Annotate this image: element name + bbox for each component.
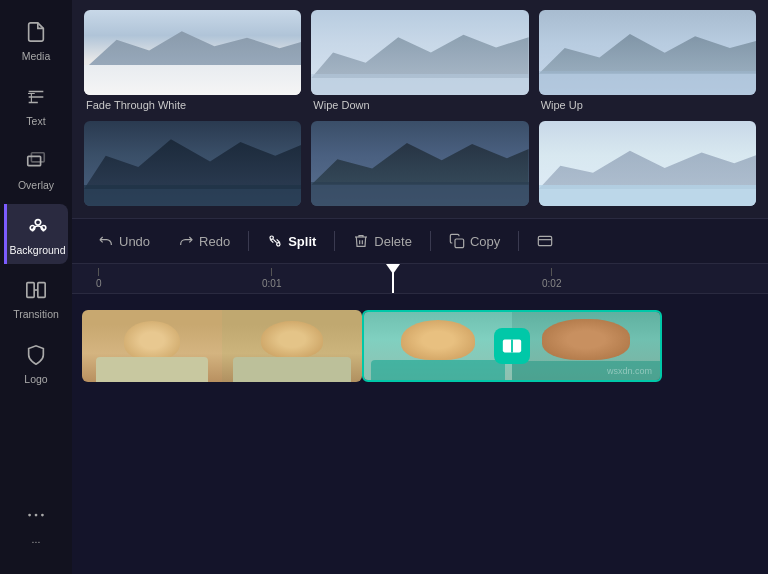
overlay-icon [22, 147, 50, 175]
media-item-fade-through-white[interactable]: Fade Through White [84, 10, 301, 111]
split-clip-icon [501, 335, 523, 357]
svg-point-9 [28, 514, 31, 517]
svg-text:T: T [28, 90, 35, 104]
redo-button[interactable]: Redo [166, 227, 242, 255]
delete-label: Delete [374, 234, 412, 249]
svg-point-11 [41, 514, 44, 517]
media-item-wipe-down[interactable]: Wipe Down [311, 10, 528, 111]
undo-label: Undo [119, 234, 150, 249]
ruler-mark-2: 0:02 [542, 268, 561, 289]
svg-rect-22 [513, 340, 521, 353]
ruler-label-2: 0:02 [542, 278, 561, 289]
clip-frame-1 [82, 310, 222, 382]
ruler-line-1 [271, 268, 272, 276]
media-grid-area: Fade Through White Wipe Down Wipe Up [72, 0, 768, 218]
split-label: Split [288, 234, 316, 249]
sidebar-item-overlay[interactable]: Overlay [4, 139, 68, 200]
sidebar-item-text[interactable]: T Text [4, 75, 68, 136]
ruler-mark-1: 0:01 [262, 268, 281, 289]
timeline-ruler[interactable]: 0 0:01 0:02 [72, 264, 768, 294]
thumbnail-4 [84, 121, 301, 206]
clip-frame-3 [364, 312, 512, 380]
sidebar-item-transition[interactable]: Transition [4, 268, 68, 329]
split-icon [267, 233, 283, 249]
svg-point-13 [277, 243, 280, 246]
svg-rect-7 [38, 283, 45, 298]
copy-button[interactable]: Copy [437, 227, 512, 255]
media-item-6[interactable] [539, 121, 756, 210]
ruler-marks: 0 0:01 0:02 [82, 264, 768, 293]
sidebar-item-label-transition: Transition [13, 308, 59, 321]
more-options-icon [537, 233, 553, 249]
sidebar-item-label-background: Background [9, 244, 65, 257]
sidebar-item-label-media: Media [22, 50, 51, 63]
media-item-5[interactable] [311, 121, 528, 210]
media-item-wipe-up[interactable]: Wipe Up [539, 10, 756, 111]
undo-icon [98, 233, 114, 249]
copy-label: Copy [470, 234, 500, 249]
undo-button[interactable]: Undo [86, 227, 162, 255]
toolbar-separator-2 [334, 231, 335, 251]
thumbnail-wipe-down [311, 10, 528, 95]
sidebar-item-label-text: Text [26, 115, 45, 128]
toolbar: Undo Redo Split [72, 218, 768, 264]
sidebar-item-background[interactable]: Background [4, 204, 68, 265]
svg-point-12 [270, 236, 273, 239]
video-track: wsxdn.com [82, 306, 768, 386]
ruler-line-2 [551, 268, 552, 276]
thumbnail-wipe-up [539, 10, 756, 95]
media-caption-wipe-up: Wipe Up [539, 99, 756, 111]
ruler-label-0: 0 [96, 278, 102, 289]
svg-rect-18 [539, 236, 552, 245]
sidebar-item-media[interactable]: Media [4, 10, 68, 71]
svg-point-5 [41, 225, 46, 230]
redo-icon [178, 233, 194, 249]
sidebar-item-label-logo: Logo [24, 373, 47, 386]
svg-rect-6 [27, 283, 34, 298]
timeline-area: 0 0:01 0:02 [72, 264, 768, 574]
media-caption-wipe-down: Wipe Down [311, 99, 528, 111]
delete-button[interactable]: Delete [341, 227, 424, 255]
svg-point-4 [30, 225, 35, 230]
ruler-label-1: 0:01 [262, 278, 281, 289]
background-icon [24, 212, 52, 240]
media-item-4[interactable] [84, 121, 301, 210]
main-content: Fade Through White Wipe Down Wipe Up [72, 0, 768, 574]
watermark: wsxdn.com [607, 366, 652, 376]
clip-frame-2 [222, 310, 362, 382]
media-caption-fade-through-white: Fade Through White [84, 99, 301, 111]
video-clip-left[interactable] [82, 310, 362, 382]
svg-rect-21 [503, 340, 511, 353]
clip-transition-icon [494, 328, 530, 364]
toolbar-separator-1 [248, 231, 249, 251]
svg-rect-2 [31, 153, 44, 162]
svg-rect-17 [455, 239, 464, 248]
split-button[interactable]: Split [255, 227, 328, 255]
redo-label: Redo [199, 234, 230, 249]
playhead[interactable] [392, 264, 394, 293]
toolbar-separator-3 [430, 231, 431, 251]
more-options-button[interactable] [525, 227, 565, 255]
copy-icon [449, 233, 465, 249]
file-icon [22, 18, 50, 46]
sidebar-item-label-overlay: Overlay [18, 179, 54, 192]
video-clip-right[interactable]: wsxdn.com [362, 310, 662, 382]
svg-point-3 [35, 219, 41, 225]
sidebar: Media T Text Overlay [0, 0, 72, 574]
sidebar-item-more[interactable]: ... [4, 493, 68, 554]
delete-icon [353, 233, 369, 249]
media-grid: Fade Through White Wipe Down Wipe Up [84, 10, 756, 210]
thumbnail-5 [311, 121, 528, 206]
svg-rect-1 [28, 157, 41, 166]
logo-icon [22, 341, 50, 369]
ruler-mark-0: 0 [96, 268, 102, 289]
thumbnail-fade-through-white [84, 10, 301, 95]
text-icon: T [22, 83, 50, 111]
sidebar-item-label-more: ... [32, 533, 41, 546]
svg-line-14 [273, 239, 276, 242]
more-icon [22, 501, 50, 529]
thumbnail-6 [539, 121, 756, 206]
toolbar-separator-4 [518, 231, 519, 251]
sidebar-item-logo[interactable]: Logo [4, 333, 68, 394]
timeline-tracks: wsxdn.com [72, 294, 768, 386]
